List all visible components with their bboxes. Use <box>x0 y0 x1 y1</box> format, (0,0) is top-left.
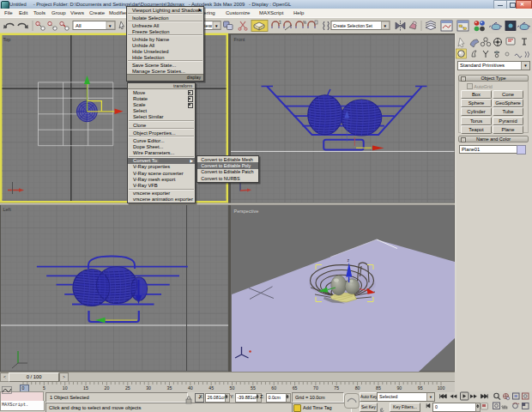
svg-text:Create Selection Set: Create Selection Set <box>333 23 372 28</box>
svg-text:%: % <box>303 21 306 25</box>
svg-text:▼: ▼ <box>384 24 387 28</box>
svg-text:iew: iew <box>204 23 213 28</box>
svg-text:All: All <box>76 23 82 28</box>
svg-text:▼: ▼ <box>215 24 218 28</box>
svg-text:▼: ▼ <box>108 24 112 28</box>
svg-text:3: 3 <box>279 21 281 25</box>
